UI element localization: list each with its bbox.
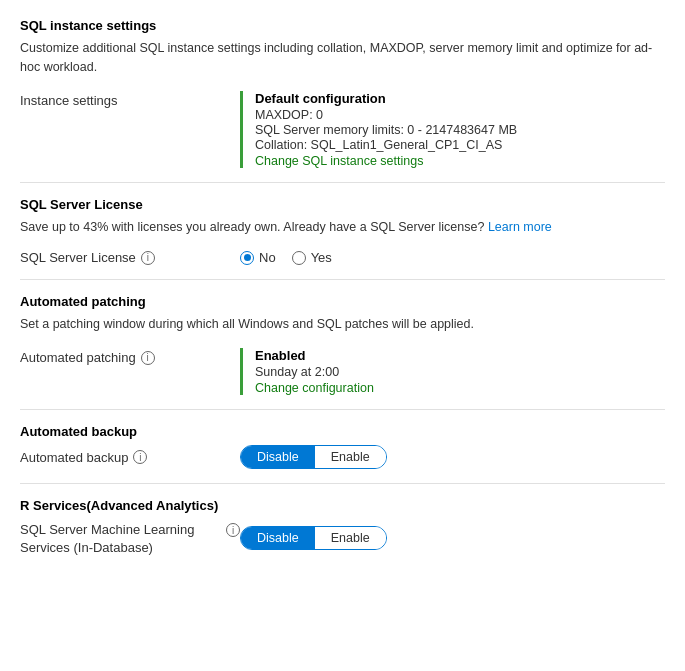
patching-status: Enabled <box>255 348 665 363</box>
automated-backup-enable-btn[interactable]: Enable <box>315 446 386 468</box>
automated-patching-title: Automated patching <box>20 294 665 309</box>
r-services-toggle: Disable Enable <box>240 526 387 550</box>
sql-license-title: SQL Server License <box>20 197 665 212</box>
page-description: Customize additional SQL instance settin… <box>20 39 665 77</box>
maxdop-value: MAXDOP: 0 <box>255 108 665 122</box>
learn-more-link[interactable]: Learn more <box>488 220 552 234</box>
automated-patching-info-icon[interactable]: i <box>141 351 155 365</box>
automated-patching-label: Automated patching i <box>20 348 240 365</box>
automated-backup-title: Automated backup <box>20 424 665 439</box>
automated-backup-section: Automated backup <box>20 424 665 439</box>
radio-no-option[interactable]: No <box>240 250 276 265</box>
divider-3 <box>20 409 665 410</box>
sql-license-desc-text: Save up to 43% with licenses you already… <box>20 220 484 234</box>
page-title: SQL instance settings <box>20 18 665 33</box>
automated-patching-desc: Set a patching window during which all W… <box>20 315 665 334</box>
r-services-title: R Services(Advanced Analytics) <box>20 498 665 513</box>
divider-4 <box>20 483 665 484</box>
automated-patching-section: Automated patching Set a patching window… <box>20 294 665 334</box>
r-services-info-icon[interactable]: i <box>226 523 240 537</box>
automated-patching-row: Automated patching i Enabled Sunday at 2… <box>20 348 665 395</box>
r-services-row: SQL Server Machine Learning Services (In… <box>20 519 665 557</box>
sql-license-desc: Save up to 43% with licenses you already… <box>20 218 665 237</box>
automated-backup-row: Automated backup i Disable Enable <box>20 445 665 469</box>
automated-patching-value: Enabled Sunday at 2:00 Change configurat… <box>240 348 665 395</box>
collation-value: Collation: SQL_Latin1_General_CP1_CI_AS <box>255 138 665 152</box>
r-services-label: SQL Server Machine Learning Services (In… <box>20 519 240 557</box>
divider-1 <box>20 182 665 183</box>
config-title: Default configuration <box>255 91 665 106</box>
radio-yes-label: Yes <box>311 250 332 265</box>
sql-license-radio-group: No Yes <box>240 250 332 265</box>
sql-license-row: SQL Server License i No Yes <box>20 250 665 265</box>
automated-backup-label: Automated backup i <box>20 450 240 465</box>
r-services-disable-btn[interactable]: Disable <box>241 527 315 549</box>
instance-settings-row: Instance settings Default configuration … <box>20 91 665 168</box>
radio-no-input[interactable] <box>240 251 254 265</box>
radio-no-label: No <box>259 250 276 265</box>
automated-backup-disable-btn[interactable]: Disable <box>241 446 315 468</box>
sql-license-label: SQL Server License i <box>20 250 240 265</box>
r-services-section: R Services(Advanced Analytics) <box>20 498 665 513</box>
r-services-enable-btn[interactable]: Enable <box>315 527 386 549</box>
sql-license-section: SQL Server License Save up to 43% with l… <box>20 197 665 237</box>
change-configuration-link[interactable]: Change configuration <box>255 381 374 395</box>
change-sql-instance-link[interactable]: Change SQL instance settings <box>255 154 423 168</box>
patching-schedule: Sunday at 2:00 <box>255 365 665 379</box>
radio-yes-option[interactable]: Yes <box>292 250 332 265</box>
automated-backup-toggle: Disable Enable <box>240 445 387 469</box>
automated-backup-info-icon[interactable]: i <box>133 450 147 464</box>
instance-settings-value: Default configuration MAXDOP: 0 SQL Serv… <box>240 91 665 168</box>
instance-settings-label: Instance settings <box>20 91 240 108</box>
divider-2 <box>20 279 665 280</box>
sql-license-info-icon[interactable]: i <box>141 251 155 265</box>
radio-yes-input[interactable] <box>292 251 306 265</box>
memory-value: SQL Server memory limits: 0 - 2147483647… <box>255 123 665 137</box>
